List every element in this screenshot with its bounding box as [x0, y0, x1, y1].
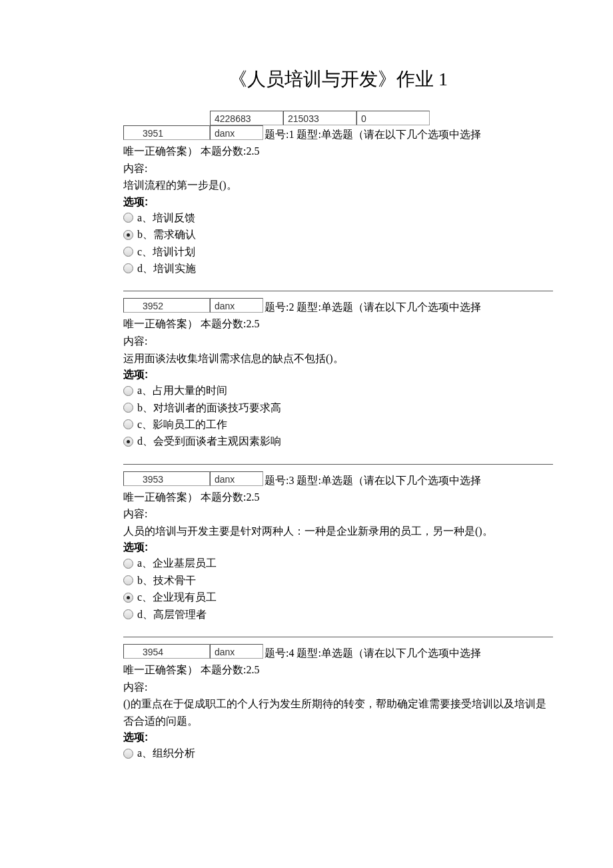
header-field-1[interactable]: 4228683 — [210, 111, 283, 125]
radio-button[interactable] — [123, 559, 133, 569]
question-block: 3953danx题号:3 题型:单选题（请在以下几个选项中选择唯一正确答案） 本… — [123, 471, 553, 622]
option-text: d、培训实施 — [137, 261, 196, 276]
question-header-cont: 唯一正确答案） 本题分数:2.5 — [123, 489, 553, 506]
question-block: 3952danx题号:2 题型:单选题（请在以下几个选项中选择唯一正确答案） 本… — [123, 298, 553, 449]
question-separator — [123, 291, 553, 291]
options-label: 选项: — [123, 731, 553, 745]
page-title: 《人员培训与开发》作业 1 — [123, 67, 553, 92]
header-field-3[interactable]: 0 — [356, 111, 430, 125]
question-header-text: 题号:2 题型:单选题（请在以下几个选项中选择 — [263, 298, 553, 315]
option-text: a、企业基层员工 — [137, 556, 217, 571]
option-row: a、培训反馈 — [123, 211, 553, 225]
radio-button[interactable] — [123, 230, 133, 240]
question-header-cont: 唯一正确答案） 本题分数:2.5 — [123, 315, 553, 333]
content-label: 内容: — [123, 679, 553, 696]
option-text: d、高层管理者 — [137, 607, 207, 622]
option-row: d、会受到面谈者主观因素影响 — [123, 434, 553, 449]
option-text: d、会受到面谈者主观因素影响 — [137, 434, 281, 449]
question-id-field[interactable]: 3951 — [123, 125, 210, 140]
radio-button[interactable] — [123, 609, 133, 619]
radio-button[interactable] — [123, 247, 133, 257]
radio-button[interactable] — [123, 575, 133, 585]
content-label: 内容: — [123, 505, 553, 523]
questions-container: 3951danx题号:1 题型:单选题（请在以下几个选项中选择唯一正确答案） 本… — [123, 125, 553, 761]
options-label: 选项: — [123, 368, 553, 382]
option-row: b、需求确认 — [123, 227, 553, 242]
content-label: 内容: — [123, 160, 553, 177]
radio-button[interactable] — [123, 213, 133, 223]
question-content: ()的重点在于促成职工的个人行为发生所期待的转变，帮助确定谁需要接受培训以及培训… — [123, 695, 553, 729]
question-separator — [123, 464, 553, 465]
question-separator — [123, 637, 553, 637]
header-fields-row: 4228683 215033 0 — [123, 111, 553, 125]
option-row: a、组织分析 — [123, 746, 553, 761]
options-label: 选项: — [123, 195, 553, 209]
options-list: a、培训反馈b、需求确认c、培训计划d、培训实施 — [123, 211, 553, 277]
question-id-field[interactable]: 3954 — [123, 644, 210, 659]
question-header-text: 题号:4 题型:单选题（请在以下几个选项中选择 — [263, 644, 553, 661]
question-block: 3954danx题号:4 题型:单选题（请在以下几个选项中选择唯一正确答案） 本… — [123, 644, 553, 761]
option-text: b、技术骨干 — [137, 573, 196, 588]
radio-button[interactable] — [123, 437, 133, 447]
question-header-row: 3952danx题号:2 题型:单选题（请在以下几个选项中选择 — [123, 298, 553, 315]
page: 《人员培训与开发》作业 1 4228683 215033 0 3951danx题… — [0, 0, 613, 790]
question-header-cont: 唯一正确答案） 本题分数:2.5 — [123, 143, 553, 160]
radio-button[interactable] — [123, 263, 133, 273]
option-row: c、影响员工的工作 — [123, 417, 553, 432]
option-row: a、占用大量的时间 — [123, 383, 553, 398]
option-row: d、培训实施 — [123, 261, 553, 276]
question-header-row: 3953danx题号:3 题型:单选题（请在以下几个选项中选择 — [123, 471, 553, 489]
question-content: 人员的培训与开发主要是针对两种人：一种是企业新录用的员工，另一种是()。 — [123, 523, 553, 540]
question-id-field[interactable]: 3952 — [123, 298, 210, 313]
question-type-field[interactable]: danx — [210, 471, 263, 486]
options-list: a、占用大量的时间b、对培训者的面谈技巧要求高c、影响员工的工作d、会受到面谈者… — [123, 383, 553, 449]
question-content: 培训流程的第一步是()。 — [123, 177, 553, 194]
question-header-row: 3951danx题号:1 题型:单选题（请在以下几个选项中选择 — [123, 125, 553, 143]
radio-button[interactable] — [123, 749, 133, 759]
option-row: d、高层管理者 — [123, 607, 553, 622]
question-content: 运用面谈法收集培训需求信息的缺点不包括()。 — [123, 350, 553, 367]
question-header-text: 题号:1 题型:单选题（请在以下几个选项中选择 — [263, 125, 553, 143]
question-type-field[interactable]: danx — [210, 644, 263, 659]
radio-button[interactable] — [123, 593, 133, 603]
header-spacer — [123, 111, 210, 125]
option-text: a、组织分析 — [137, 746, 195, 761]
question-block: 3951danx题号:1 题型:单选题（请在以下几个选项中选择唯一正确答案） 本… — [123, 125, 553, 276]
options-list: a、企业基层员工b、技术骨干c、企业现有员工d、高层管理者 — [123, 556, 553, 622]
radio-button[interactable] — [123, 403, 133, 413]
option-text: c、影响员工的工作 — [137, 417, 227, 432]
option-text: c、培训计划 — [137, 245, 195, 259]
options-list: a、组织分析 — [123, 746, 553, 761]
option-row: c、培训计划 — [123, 245, 553, 259]
option-text: b、对培训者的面谈技巧要求高 — [137, 401, 281, 415]
option-text: a、培训反馈 — [137, 211, 195, 225]
content-label: 内容: — [123, 333, 553, 350]
option-row: b、技术骨干 — [123, 573, 553, 588]
option-text: c、企业现有员工 — [137, 590, 217, 605]
radio-button[interactable] — [123, 419, 133, 429]
option-row: b、对培训者的面谈技巧要求高 — [123, 401, 553, 415]
question-header-text: 题号:3 题型:单选题（请在以下几个选项中选择 — [263, 471, 553, 489]
question-type-field[interactable]: danx — [210, 298, 263, 313]
option-row: a、企业基层员工 — [123, 556, 553, 571]
question-type-field[interactable]: danx — [210, 125, 263, 140]
option-text: b、需求确认 — [137, 227, 196, 242]
options-label: 选项: — [123, 541, 553, 555]
question-id-field[interactable]: 3953 — [123, 471, 210, 486]
option-text: a、占用大量的时间 — [137, 383, 227, 398]
question-header-row: 3954danx题号:4 题型:单选题（请在以下几个选项中选择 — [123, 644, 553, 661]
option-row: c、企业现有员工 — [123, 590, 553, 605]
header-field-2[interactable]: 215033 — [283, 111, 356, 125]
radio-button[interactable] — [123, 386, 133, 396]
question-header-cont: 唯一正确答案） 本题分数:2.5 — [123, 661, 553, 679]
